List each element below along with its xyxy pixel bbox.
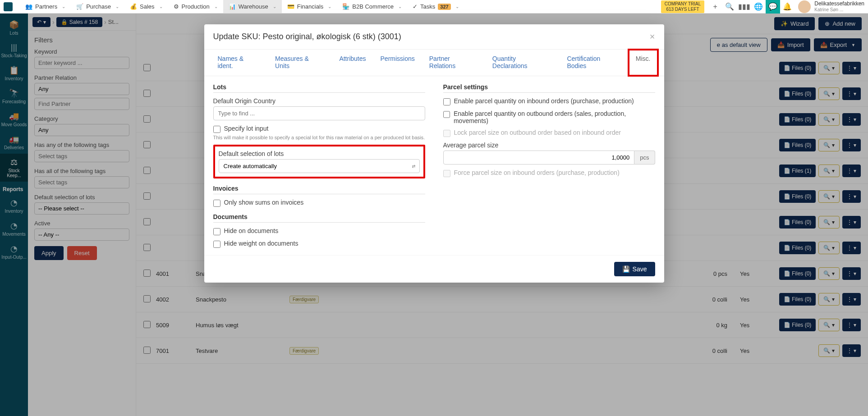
menu-warehouse[interactable]: 📊Warehouse⌄ (223, 0, 282, 13)
company-name: Delikatessefabrikken (814, 0, 864, 7)
enable-inbound-checkbox[interactable] (443, 98, 450, 105)
avg-parcel-label: Average parcel size (443, 142, 655, 149)
tab-misc-[interactable]: Misc. (629, 50, 658, 76)
menu-partners[interactable]: 👥Partners⌄ (20, 0, 71, 13)
default-selection-label: Default selection of lots (219, 150, 420, 157)
chat-icon[interactable]: 💬 (766, 0, 780, 14)
avg-parcel-unit: pcs (634, 151, 655, 165)
logo (4, 2, 13, 11)
menu-sales[interactable]: 💰Sales⌄ (124, 0, 168, 13)
only-sums-label: Only show sums on invoices (224, 199, 304, 206)
menu-tasks[interactable]: ✓Tasks327⌄ (407, 0, 464, 13)
documents-section-title: Documents (213, 213, 425, 223)
avg-parcel-input[interactable] (443, 151, 635, 165)
modal-overlay: Update SKU: Pesto original, økologisk (6… (0, 14, 868, 416)
lock-parcel-label: Lock parcel size on outbound order based… (454, 129, 621, 136)
default-selection-select[interactable]: Create automatically (219, 159, 420, 173)
menu-production[interactable]: ⚙Production⌄ (168, 0, 223, 13)
user-menu[interactable]: Delikatessefabrikken Katrine Søn ... (795, 0, 864, 13)
bell-icon[interactable]: 🔔 (780, 0, 795, 14)
topbar: 👥Partners⌄🛒Purchase⌄💰Sales⌄⚙Production⌄📊… (0, 0, 868, 14)
enable-inbound-label: Enable parcel quantity on inbound orders… (454, 97, 634, 105)
lock-parcel-checkbox (443, 130, 450, 137)
globe-icon[interactable]: 🌐 (751, 0, 766, 14)
specify-lot-label: Specify lot input (224, 125, 269, 132)
invoices-section-title: Invoices (213, 185, 425, 194)
tab-permissions[interactable]: Permissions (373, 50, 422, 76)
tab-attributes[interactable]: Attributes (332, 50, 373, 76)
search-icon[interactable]: 🔍 (722, 0, 737, 14)
parcel-section-title: Parcel settings (443, 83, 655, 93)
tab-names-ident-[interactable]: Names & ident. (211, 50, 268, 76)
menu-purchase[interactable]: 🛒Purchase⌄ (71, 0, 124, 13)
specify-lot-checkbox[interactable] (213, 126, 220, 133)
modal-title: Update SKU: Pesto original, økologisk (6… (213, 32, 401, 41)
avatar (798, 0, 811, 13)
origin-country-label: Default Origin Country (213, 97, 425, 105)
enable-outbound-label: Enable parcel quantity on outbound order… (454, 110, 655, 124)
hide-docs-label: Hide on documents (224, 227, 279, 234)
hide-docs-checkbox[interactable] (213, 228, 220, 235)
hide-weight-checkbox[interactable] (213, 241, 220, 248)
enable-outbound-checkbox[interactable] (443, 111, 450, 118)
modal-tabs: Names & ident.Measures & UnitsAttributes… (204, 50, 664, 76)
close-icon[interactable]: × (650, 32, 655, 42)
force-parcel-label: Force parcel size on inbound orders (pur… (454, 169, 620, 176)
specify-lot-help: This will make it possible to specify a … (213, 135, 425, 140)
origin-country-input[interactable] (213, 106, 425, 120)
hide-weight-label: Hide weight on documents (224, 240, 299, 247)
save-button[interactable]: 💾 Save (614, 262, 655, 276)
update-sku-modal: Update SKU: Pesto original, økologisk (6… (204, 24, 664, 283)
tab-measures-units[interactable]: Measures & Units (268, 50, 332, 76)
tab-certification-bodies[interactable]: Certification Bodies (560, 50, 628, 76)
tab-partner-relations[interactable]: Partner Relations (422, 50, 485, 76)
lots-section-title: Lots (213, 83, 425, 93)
tab-quantity-declarations[interactable]: Quantity Declarations (485, 50, 560, 76)
force-parcel-checkbox (443, 170, 450, 177)
trial-badge: COMPANY TRIAL 613 DAYS LEFT (661, 0, 705, 13)
menu-financials[interactable]: 💳Financials⌄ (282, 0, 337, 13)
default-selection-highlight: Default selection of lots Create automat… (213, 145, 425, 178)
menu-b2b-commerce[interactable]: 🏪B2B Commerce⌄ (337, 0, 407, 13)
only-sums-checkbox[interactable] (213, 200, 220, 207)
plus-icon[interactable]: + (708, 0, 722, 14)
user-name: Katrine Søn ... (814, 7, 864, 13)
barcode-icon[interactable]: ▮▮▮ (737, 0, 751, 14)
